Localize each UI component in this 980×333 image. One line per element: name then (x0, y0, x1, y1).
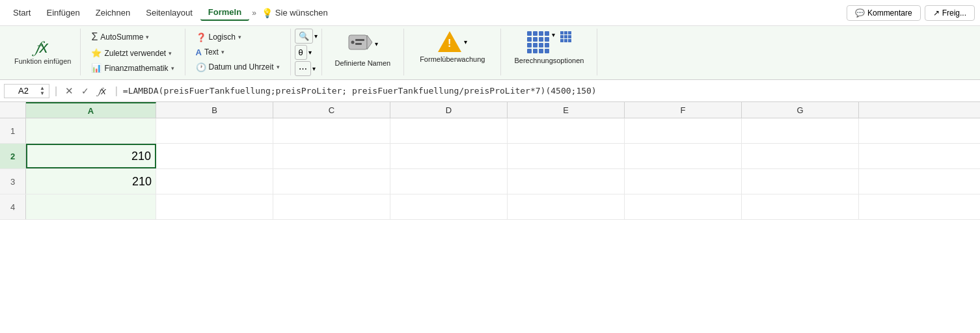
cell-g3[interactable] (742, 169, 859, 194)
icon-btn-chevron1[interactable]: ▾ (314, 33, 318, 40)
cell-a2[interactable]: 210 (26, 144, 156, 168)
formula-audit-chevron[interactable]: ▾ (464, 38, 467, 46)
ribbon-group-defined-names: ▾ Definierte Namen (322, 29, 405, 75)
text-button[interactable]: A Text ▾ (192, 46, 228, 59)
icon-btn-more[interactable]: ⋯ (295, 61, 311, 76)
cell-g4[interactable] (742, 194, 859, 219)
cell-f1[interactable] (625, 118, 742, 143)
menu-einfuegen[interactable]: Einfügen (38, 5, 87, 20)
col-header-b[interactable]: B (156, 102, 273, 118)
cell-a3[interactable]: 210 (26, 169, 156, 194)
menu-start[interactable]: Start (5, 5, 38, 20)
financial-chevron: ▾ (171, 65, 174, 72)
defined-names-label[interactable]: Definierte Namen (335, 59, 391, 68)
cell-e1[interactable] (508, 118, 625, 143)
calc-options-label[interactable]: Berechnungsoptionen (514, 56, 584, 65)
formula-input[interactable] (123, 86, 976, 96)
autosum-chevron: ▾ (146, 34, 149, 40)
freigeben-button[interactable]: ↗ Freig... (925, 5, 975, 21)
svg-marker-1 (367, 35, 372, 49)
col-header-c[interactable]: C (273, 102, 390, 118)
calc-options-icon (527, 31, 549, 53)
datetime-chevron: ▾ (277, 64, 280, 70)
calc-options-small-icon (560, 31, 571, 42)
row-num-4: 4 (0, 194, 26, 219)
icon-btn-lookup[interactable]: 🔍 (295, 29, 313, 44)
table-row: 1 (0, 118, 980, 144)
financial-icon: 📊 (91, 63, 102, 73)
cell-c3[interactable] (273, 169, 390, 194)
cell-e2[interactable] (508, 144, 625, 168)
formula-audit-label[interactable]: Formelüberwachung (420, 55, 485, 64)
column-headers: A B C D E F G (0, 102, 980, 118)
menu-formeln[interactable]: Formeln (200, 5, 249, 21)
cell-a1[interactable] (26, 118, 156, 143)
svg-point-2 (351, 41, 354, 44)
fx-label[interactable]: Funktion einfügen (14, 57, 71, 66)
cell-d2[interactable] (390, 144, 508, 168)
cell-e3[interactable] (508, 169, 625, 194)
col-header-d[interactable]: D (390, 102, 508, 118)
menu-right-actions: 💬 Kommentare ↗ Freig... (847, 5, 975, 21)
formula-bar-separator2: | (113, 85, 120, 97)
cell-f4[interactable] (625, 194, 742, 219)
logical-chevron: ▾ (238, 34, 241, 40)
cell-b1[interactable] (156, 118, 273, 143)
col-header-f[interactable]: F (625, 102, 742, 118)
kommentare-button[interactable]: 💬 Kommentare (847, 5, 921, 21)
cell-b2[interactable] (156, 144, 273, 168)
menu-zeichnen[interactable]: Zeichnen (88, 5, 138, 20)
cell-e4[interactable] (508, 194, 625, 219)
table-row: 2 210 (0, 144, 980, 169)
recently-used-button[interactable]: ⭐ Zuletzt verwendet ▾ (87, 47, 176, 59)
ribbon-group-functions: Σ AutoSumme ▾ ⭐ Zuletzt verwendet ▾ 📊 Fi… (81, 29, 185, 75)
menu-seitenlayout[interactable]: Seitenlayout (138, 5, 200, 20)
spreadsheet: A B C D E F G 1 2 210 3 210 (0, 102, 980, 220)
cell-d4[interactable] (390, 194, 508, 219)
cell-g1[interactable] (742, 118, 859, 143)
formula-fx-icon[interactable]: 𝑓x (94, 85, 110, 97)
icon-btn-chevron3[interactable]: ▾ (312, 65, 316, 72)
cell-c2[interactable] (273, 144, 390, 168)
svg-rect-4 (355, 43, 362, 45)
ribbon-group-types: ❓ Logisch ▾ A Text ▾ 🕐 Datum und Uhrzeit… (185, 29, 291, 75)
cell-g2[interactable] (742, 144, 859, 168)
menu-more[interactable]: » (249, 6, 259, 20)
text-icon: A (196, 47, 202, 57)
ribbon-group-fx: 𝑓x Funktion einfügen (5, 29, 81, 75)
cell-f3[interactable] (625, 169, 742, 194)
cell-ref-value[interactable]: A2 (8, 86, 38, 96)
corner-header (0, 102, 26, 118)
col-header-e[interactable]: E (508, 102, 625, 118)
defined-names-icon (347, 31, 372, 56)
table-row: 4 (0, 194, 980, 220)
icon-btn-math[interactable]: θ (295, 45, 307, 60)
cell-d1[interactable] (390, 118, 508, 143)
logical-button[interactable]: ❓ Logisch ▾ (192, 31, 245, 44)
financial-button[interactable]: 📊 Finanzmathematik ▾ (87, 62, 178, 74)
cell-b4[interactable] (156, 194, 273, 219)
col-header-a[interactable]: A (26, 102, 156, 118)
cell-ref-arrows[interactable]: ▲ ▼ (40, 86, 45, 96)
cell-f2[interactable] (625, 144, 742, 168)
calc-options-chevron[interactable]: ▾ (552, 31, 555, 38)
cell-d3[interactable] (390, 169, 508, 194)
cell-b3[interactable] (156, 169, 273, 194)
cell-a4[interactable] (26, 194, 156, 219)
row-num-3: 3 (0, 169, 26, 194)
cell-c1[interactable] (273, 118, 390, 143)
icon-btn-chevron2[interactable]: ▾ (308, 49, 312, 56)
menu-search[interactable]: Sie wünschen (275, 8, 328, 18)
cell-c4[interactable] (273, 194, 390, 219)
formula-audit-icon: ! (438, 31, 461, 52)
formula-bar: A2 ▲ ▼ | ✕ ✓ 𝑓x | (0, 80, 980, 102)
autosum-button[interactable]: Σ AutoSumme ▾ (87, 30, 153, 44)
defined-names-chevron[interactable]: ▾ (375, 40, 378, 47)
cancel-formula-icon[interactable]: ✕ (62, 85, 76, 97)
col-header-g[interactable]: G (742, 102, 859, 118)
confirm-formula-icon[interactable]: ✓ (79, 86, 92, 96)
ribbon-group-icons: 🔍 ▾ θ ▾ ⋯ ▾ (291, 29, 322, 75)
menu-bar: Start Einfügen Zeichnen Seitenlayout For… (0, 0, 980, 26)
datetime-button[interactable]: 🕐 Datum und Uhrzeit ▾ (192, 61, 284, 73)
recently-used-chevron: ▾ (169, 50, 172, 57)
